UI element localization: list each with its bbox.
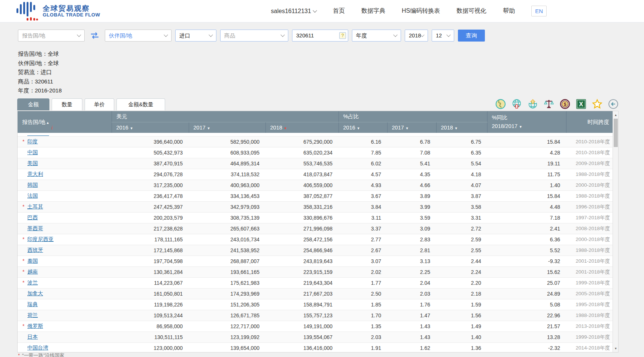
country-link[interactable]: 加拿大: [27, 290, 43, 296]
share-value: 4.57: [338, 169, 387, 180]
scroll-down-icon[interactable]: ▼: [613, 345, 619, 351]
share-value: 7.85: [338, 147, 387, 158]
country-link[interactable]: 日本: [27, 334, 38, 340]
usd-value: 175,621,983: [189, 277, 265, 288]
column-header-usd-2016[interactable]: 2016▼: [112, 122, 189, 133]
globe-export-icon[interactable]: [528, 99, 538, 109]
query-summary: 报告国/地：全球 伙伴国/地：全球 贸易流：进口 商品：320611 年度：20…: [18, 49, 62, 95]
table-row: 中国505,432,973608,933,095635,020,2347.857…: [18, 147, 613, 158]
yoy-value: 15.84: [487, 136, 566, 147]
country-link[interactable]: 中国: [27, 149, 38, 155]
timespan-value: 1996-2018年度: [566, 201, 613, 212]
country-link[interactable]: 墨西哥: [27, 225, 43, 231]
yoy-value: 19.11: [487, 158, 566, 169]
chevron-down-icon: [209, 33, 213, 37]
chevron-down-icon: [446, 33, 450, 37]
brand-logo[interactable]: 全球贸易观察 GLOBAL TRADE FLOW: [16, 1, 100, 21]
usd-value: 197,704,598: [112, 256, 189, 266]
back-icon[interactable]: [608, 99, 619, 109]
query-button[interactable]: 查询: [458, 30, 485, 42]
yoy-value: 13.28: [487, 332, 566, 342]
column-header-reporter[interactable]: 报告国/地▲ i: [18, 111, 112, 133]
country-link[interactable]: 美国: [27, 160, 38, 166]
usd-value: 122,717,000: [189, 321, 265, 332]
usd-value: 161,050,801: [112, 288, 189, 299]
usd-value: 217,667,203: [265, 288, 338, 299]
partner-select[interactable]: 伙伴国/地: [105, 30, 171, 42]
period-type-select[interactable]: 年度: [352, 30, 401, 42]
globe-import-icon[interactable]: [511, 99, 522, 109]
country-link[interactable]: 意大利: [27, 171, 43, 177]
world-icon[interactable]: [495, 99, 506, 109]
tab-unit-price[interactable]: 单价: [85, 98, 114, 110]
table-row: *波兰114,223,067175,621,983219,643,3041.77…: [18, 277, 613, 288]
nav-item-hs-code-conversion[interactable]: HS编码转换表: [402, 7, 440, 15]
tab-amount[interactable]: 金额: [17, 98, 49, 110]
year-select[interactable]: 2018: [405, 30, 428, 42]
trade-flow-select[interactable]: 进口: [175, 30, 216, 42]
chevron-down-icon: [164, 33, 168, 37]
group-header-share: %占比: [338, 111, 487, 122]
country-link[interactable]: 俄罗斯: [27, 323, 43, 329]
scrollbar-thumb[interactable]: [614, 119, 618, 147]
usd-value: 358,331,216: [265, 201, 338, 212]
tab-quantity[interactable]: 数量: [52, 98, 82, 110]
column-header-usd-2017[interactable]: 2017▼: [189, 122, 265, 133]
country-link[interactable]: 西班牙: [27, 247, 43, 253]
favorite-star-icon[interactable]: [592, 99, 602, 109]
share-value: 3.58: [436, 201, 487, 212]
hs-code-input[interactable]: [296, 33, 339, 39]
results-table: 报告国/地▲ i 美元 %占比 %同比 2018/2017▼ 时间跨度 2016…: [17, 111, 619, 353]
country-link[interactable]: 巴西: [27, 214, 38, 220]
country-link[interactable]: 荷兰: [27, 312, 38, 318]
column-header-yoy[interactable]: %同比 2018/2017▼: [487, 111, 566, 133]
country-link[interactable]: 瑞典: [27, 301, 38, 307]
share-value: 4.18: [436, 169, 487, 180]
reporter-select[interactable]: 报告国/地: [18, 30, 85, 42]
user-menu[interactable]: sales16112131: [271, 8, 316, 15]
usd-value: 178,111,165: [112, 234, 189, 245]
month-select[interactable]: 12: [432, 30, 454, 42]
timespan-value: 2008-2018年度: [566, 223, 613, 234]
usd-value: 126,671,785: [189, 310, 265, 321]
scroll-up-icon[interactable]: ▲: [613, 112, 619, 118]
country-link[interactable]: 印度: [27, 138, 38, 144]
table-row: *俄罗斯86,958,000122,717,000149,191,0001.35…: [18, 321, 613, 332]
swap-countries-button[interactable]: [88, 30, 101, 42]
share-value: 2.03: [387, 288, 436, 299]
country-link[interactable]: 波兰: [27, 280, 38, 286]
country-link[interactable]: 韩国: [27, 182, 38, 188]
share-value: 2.72: [436, 223, 487, 234]
country-link[interactable]: 越南: [27, 269, 38, 275]
view-tabs: 金额 数量 单价 金额&数量: [17, 98, 165, 110]
language-toggle-button[interactable]: EN: [531, 6, 547, 16]
country-link[interactable]: 泰国: [27, 258, 38, 264]
country-link[interactable]: 法国: [27, 193, 38, 199]
share-value: 6.78: [387, 136, 436, 147]
share-value: 4.07: [436, 180, 487, 190]
column-header-share-2017[interactable]: 2017▼: [387, 122, 436, 133]
nav-item-help[interactable]: 帮助: [503, 7, 515, 15]
vertical-scrollbar[interactable]: ▲ ▼: [613, 111, 618, 352]
scales-icon[interactable]: [544, 99, 554, 109]
column-header-usd-2018[interactable]: 2018▼: [265, 122, 338, 133]
nav-item-data-visualization[interactable]: 数据可视化: [456, 7, 486, 15]
help-icon[interactable]: ?: [339, 32, 346, 39]
share-value: 1.70: [338, 310, 387, 321]
column-header-share-2016[interactable]: 2016▼: [338, 122, 387, 133]
yoy-value: 4.48: [487, 201, 566, 212]
dollar-coin-icon[interactable]: $: [560, 99, 570, 109]
country-link[interactable]: 中国台湾: [27, 345, 48, 351]
nav-item-data-dictionary[interactable]: 数据字典: [361, 7, 385, 15]
main-nav: sales16112131 首页 数据字典 HS编码转换表 数据可视化 帮助 E…: [271, 6, 547, 16]
usd-value: 123,199,092: [189, 332, 265, 342]
share-value: 3.11: [338, 212, 387, 223]
column-header-share-2018[interactable]: 2018▼: [436, 122, 487, 133]
excel-export-icon[interactable]: X: [576, 99, 586, 109]
tab-amount-quantity[interactable]: 金额&数量: [116, 98, 165, 110]
country-link[interactable]: 土耳其: [27, 204, 43, 210]
share-value: 4.93: [338, 180, 387, 190]
country-link[interactable]: 印度尼西亚: [27, 236, 54, 242]
nav-item-home[interactable]: 首页: [333, 7, 345, 15]
commodity-select[interactable]: 商品: [220, 30, 288, 42]
